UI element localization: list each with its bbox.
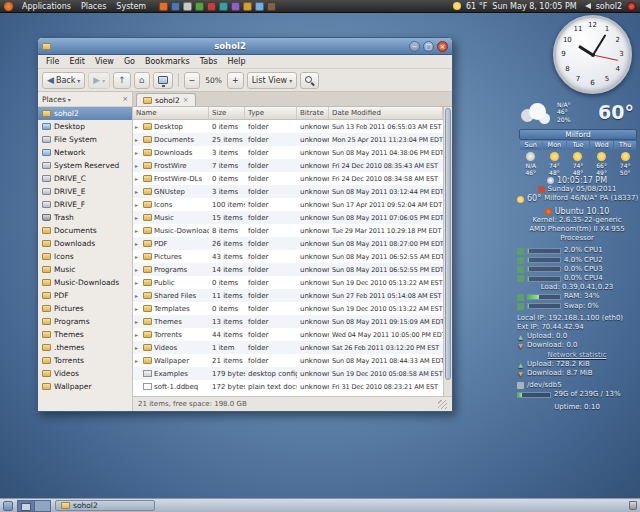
sidebar-item-themes[interactable]: Themes (38, 328, 132, 341)
app-launcher-7-icon[interactable] (231, 2, 240, 11)
file-row[interactable]: ▸FrostWire7 itemsfolderunknownFri 24 Dec… (133, 159, 443, 172)
app-launcher-9-icon[interactable] (255, 2, 264, 11)
expander-icon[interactable]: ▸ (135, 215, 141, 221)
file-row[interactable]: ▸Shared Files11 itemsfolderunknownSun 27… (133, 289, 443, 302)
sidebar-item-desktop[interactable]: Desktop (38, 120, 132, 133)
places-dropdown-icon[interactable]: ▾ (68, 96, 71, 103)
expander-icon[interactable]: ▸ (135, 254, 141, 260)
menu-tabs[interactable]: Tabs (195, 57, 223, 66)
menu-view[interactable]: View (90, 57, 119, 66)
panel-temperature[interactable]: 61 °F (466, 2, 487, 11)
menu-bookmarks[interactable]: Bookmarks (140, 57, 195, 66)
sidebar-item-file-system[interactable]: File System (38, 133, 132, 146)
sidebar-item-sohol2[interactable]: sohol2 (38, 107, 132, 120)
menu-file[interactable]: File (41, 57, 64, 66)
file-row[interactable]: ▸Downloads3 itemsfolderunknownSun 08 May… (133, 146, 443, 159)
expander-icon[interactable]: ▸ (135, 189, 141, 195)
menu-edit[interactable]: Edit (64, 57, 90, 66)
menu-go[interactable]: Go (119, 57, 140, 66)
panel-clock[interactable]: Sun May 8, 10:05 PM (492, 2, 576, 11)
file-row[interactable]: ▸Public0 itemsfolderunknownSun 19 Dec 20… (133, 276, 443, 289)
taskbar-item[interactable]: sohol2 (55, 500, 155, 511)
column-header-name[interactable]: Name (133, 107, 209, 119)
file-row[interactable]: ▸Desktop0 itemsfolderunknownSun 13 Feb 2… (133, 120, 443, 133)
sidebar-item-system-reserved[interactable]: System Reserved (38, 159, 132, 172)
expander-icon[interactable]: ▸ (135, 241, 141, 247)
volume-icon[interactable] (582, 3, 591, 9)
panel-menu-system[interactable]: System (111, 0, 151, 13)
ubuntu-logo-icon[interactable] (4, 2, 13, 11)
home-button[interactable]: ⌂ (134, 72, 150, 89)
view-mode-select[interactable]: List View ▾ (247, 72, 298, 89)
file-row[interactable]: ▸PDF26 itemsfolderunknownSun 08 May 2011… (133, 237, 443, 250)
menu-help[interactable]: Help (222, 57, 250, 66)
close-button[interactable]: × (437, 41, 448, 52)
titlebar[interactable]: sohol2 − □ × (38, 38, 452, 55)
sidebar-item-programs[interactable]: Programs (38, 315, 132, 328)
zoom-out-button[interactable]: − (184, 72, 201, 89)
vertical-scrollbar[interactable] (443, 107, 452, 396)
column-header-bitrate[interactable]: Bitrate (297, 107, 329, 119)
minimize-button[interactable]: − (409, 41, 420, 52)
back-dropdown-icon[interactable]: ▾ (77, 77, 80, 84)
sidebar-item-music[interactable]: Music (38, 263, 132, 276)
sidebar-item-wallpaper[interactable]: Wallpaper (38, 380, 132, 393)
app-launcher-4-icon[interactable] (195, 2, 204, 11)
expander-icon[interactable]: ▸ (135, 176, 141, 182)
search-button[interactable] (300, 72, 319, 89)
file-row[interactable]: ▸Torrents44 itemsfolderunknownWed 04 May… (133, 328, 443, 341)
computer-button[interactable] (153, 72, 173, 89)
weather-icon[interactable] (453, 2, 461, 10)
workspace-2[interactable] (34, 501, 50, 511)
app-launcher-3-icon[interactable] (183, 2, 192, 11)
expander-icon[interactable]: ▸ (135, 150, 141, 156)
app-launcher-5-icon[interactable] (207, 2, 216, 11)
expander-icon[interactable]: ▸ (135, 345, 141, 351)
sidebar-item-pdf[interactable]: PDF (38, 289, 132, 302)
file-row[interactable]: Examples179 bytesdesktop configuration f… (133, 367, 443, 380)
expander-icon[interactable]: ▸ (135, 137, 141, 143)
file-row[interactable]: ▸Documents25 itemsfolderunknownMon 25 Ap… (133, 133, 443, 146)
panel-menu-applications[interactable]: Applications (17, 0, 76, 13)
maximize-button[interactable]: □ (423, 41, 434, 52)
sidebar-item-videos[interactable]: Videos (38, 367, 132, 380)
sidebar-item-network[interactable]: Network (38, 146, 132, 159)
file-row[interactable]: ▸Videos1 itemfolderunknownSat 26 Feb 201… (133, 341, 443, 354)
back-button[interactable]: ◀ Back ▾ (42, 72, 85, 89)
sidebar-item-torrents[interactable]: Torrents (38, 354, 132, 367)
panel-user[interactable]: sohol2 (596, 2, 622, 11)
sidebar-item-trash[interactable]: Trash (38, 211, 132, 224)
expander-icon[interactable]: ▸ (135, 228, 141, 234)
workspace-1[interactable] (18, 501, 34, 511)
expander-icon[interactable]: ▸ (135, 293, 141, 299)
expander-icon[interactable]: ▸ (135, 306, 141, 312)
file-row[interactable]: ▸Music15 itemsfolderunknownSun 08 May 20… (133, 211, 443, 224)
column-header-type[interactable]: Type (245, 107, 297, 119)
up-button[interactable]: ↑ (113, 72, 131, 89)
sidebar-item-drive-e[interactable]: DRIVE_E (38, 185, 132, 198)
panel-menu-places[interactable]: Places (76, 0, 111, 13)
scrollbar-thumb[interactable] (445, 108, 451, 380)
file-row[interactable]: ▸Icons100 itemsfolderunknownSun 17 Apr 2… (133, 198, 443, 211)
app-launcher-2-icon[interactable] (171, 2, 180, 11)
expander-icon[interactable]: ▸ (135, 202, 141, 208)
file-row[interactable]: ▸FrostWire-DLs0 itemsfolderunknownFri 24… (133, 172, 443, 185)
file-row[interactable]: ▸Wallpaper21 itemsfolderunknownSun 08 Ma… (133, 354, 443, 367)
resize-grip[interactable] (438, 400, 447, 409)
sidebar-item-downloads[interactable]: Downloads (38, 237, 132, 250)
file-row[interactable]: ▸Pictures43 itemsfolderunknownSun 08 May… (133, 250, 443, 263)
app-launcher-6-icon[interactable] (219, 2, 228, 11)
sidebar-item-pictures[interactable]: Pictures (38, 302, 132, 315)
file-row[interactable]: ▸Themes13 itemsfolderunknownSun 08 May 2… (133, 315, 443, 328)
sidebar-item-music-downloads[interactable]: Music-Downloads (38, 276, 132, 289)
expander-icon[interactable]: ▸ (135, 124, 141, 130)
zoom-in-button[interactable]: + (227, 72, 244, 89)
file-row[interactable]: ▸Templates0 itemsfolderunknownSun 19 Dec… (133, 302, 443, 315)
sidebar-close-icon[interactable]: × (122, 95, 128, 103)
expander-icon[interactable]: ▸ (135, 163, 141, 169)
file-row[interactable]: ▸Music-Downloads8 itemsfolderunknownTue … (133, 224, 443, 237)
expander-icon[interactable]: ▸ (135, 332, 141, 338)
column-header-date-modified[interactable]: Date Modified (329, 107, 443, 119)
sidebar-item-themes[interactable]: .themes (38, 341, 132, 354)
sidebar-item-drive-f[interactable]: DRIVE_F (38, 198, 132, 211)
